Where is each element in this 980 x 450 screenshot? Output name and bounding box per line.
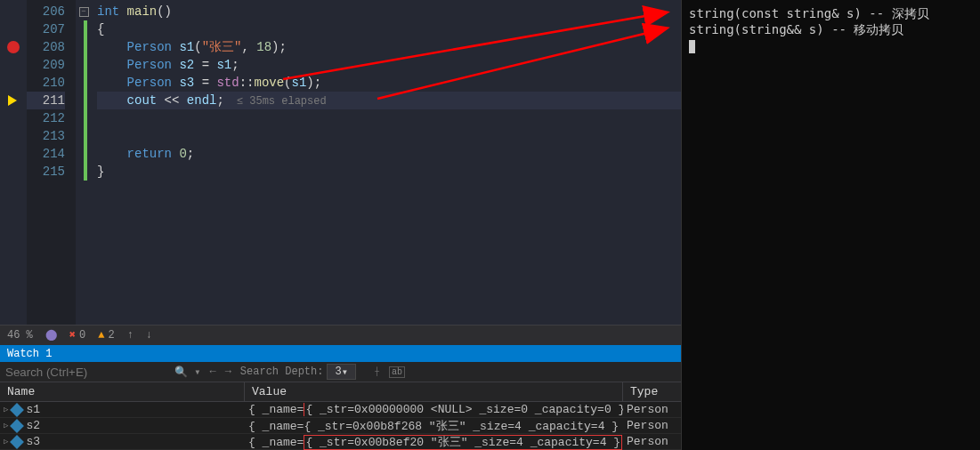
code-line[interactable]: Person s2 = s1; <box>97 56 681 74</box>
toolbar-icon-2[interactable]: ab <box>389 366 405 378</box>
watch-var-name: s3 <box>26 435 40 448</box>
variable-icon <box>11 435 25 449</box>
code-line[interactable]: int main() <box>97 3 681 20</box>
code-line[interactable] <box>97 109 681 127</box>
watch-col-name[interactable]: Name <box>0 382 245 401</box>
watch-var-value: { _name={ _str=0x00000000 <NULL> _size=0… <box>245 403 623 416</box>
watch-var-value: { _name={ _str=0x00b8f268 "张三" _size=4 _… <box>245 418 623 434</box>
watch-var-type: Person <box>623 403 681 416</box>
search-icon[interactable]: 🔍 ▾ <box>174 366 200 379</box>
expand-icon[interactable]: ▷ <box>4 421 8 430</box>
line-number[interactable]: 212 <box>27 109 65 127</box>
toolbar-icon-1[interactable]: ⟊ <box>374 366 380 378</box>
breakpoint-icon[interactable] <box>7 41 20 53</box>
nav-down-icon[interactable]: ↓ <box>146 329 152 342</box>
console-cursor <box>689 40 695 53</box>
watch-var-name: s2 <box>26 419 40 432</box>
watch-row[interactable]: ▷s1{ _name={ _str=0x00000000 <NULL> _siz… <box>0 402 681 418</box>
watch-search-bar: 🔍 ▾ ← → Search Depth: 3 ▾ ⟊ ab <box>0 362 681 382</box>
variable-icon <box>11 419 25 433</box>
watch-col-value[interactable]: Value <box>245 382 623 401</box>
expand-icon[interactable]: ▷ <box>4 437 8 446</box>
warnings-number: 2 <box>108 329 114 342</box>
execution-pointer-icon <box>8 95 17 106</box>
watch-table: Name Value Type ▷s1{ _name={ _str=0x0000… <box>0 382 681 450</box>
watch-var-type: Person <box>623 419 681 432</box>
search-depth-value[interactable]: 3 ▾ <box>327 364 355 380</box>
watch-var-name: s1 <box>26 403 40 416</box>
line-number[interactable]: 211 <box>27 92 65 109</box>
line-number[interactable]: 213 <box>27 127 65 145</box>
highlighted-value: { _str=0x00b8ef20 "张三" _size=4 _capacity… <box>304 435 622 450</box>
errors-number: 0 <box>79 329 85 342</box>
watch-var-value: { _name={ _str=0x00b8ef20 "张三" _size=4 _… <box>245 434 623 450</box>
line-number[interactable]: 209 <box>27 56 65 74</box>
console-output: string(const string& s) -- 深拷贝string(str… <box>681 0 980 450</box>
watch-var-type: Person <box>623 435 681 448</box>
error-count[interactable]: ✖0 <box>69 328 85 342</box>
watch-row[interactable]: ▷s3{ _name={ _str=0x00b8ef20 "张三" _size=… <box>0 434 681 450</box>
variable-icon <box>11 403 25 417</box>
code-editor[interactable]: int main(){ Person s1("张三", 18); Person … <box>92 0 681 325</box>
line-number[interactable]: 206 <box>27 3 65 20</box>
zoom-level[interactable]: 46 % <box>7 329 33 342</box>
gutter-markers <box>0 0 27 325</box>
line-number[interactable]: 208 <box>27 38 65 56</box>
perf-elapsed: ≤ 35ms elapsed <box>224 95 327 108</box>
search-depth-label: Search Depth: <box>240 366 324 378</box>
watch-col-type[interactable]: Type <box>623 382 681 401</box>
highlighted-value: { _str=0x00000000 <NULL> _size=0 _capaci… <box>304 403 623 416</box>
expand-icon[interactable]: ▷ <box>4 405 8 414</box>
no-issues-icon: ⬤ <box>45 328 57 342</box>
nav-up-icon[interactable]: ↑ <box>127 329 134 342</box>
line-number[interactable]: 214 <box>27 145 65 163</box>
nav-back-icon[interactable]: ← <box>209 366 215 378</box>
code-line[interactable]: cout << endl;≤ 35ms elapsed <box>97 92 681 109</box>
watch-row[interactable]: ▷s2{ _name={ _str=0x00b8f268 "张三" _size=… <box>0 418 681 434</box>
console-line: string(const string& s) -- 深拷贝 <box>689 5 973 21</box>
line-number[interactable]: 207 <box>27 20 65 38</box>
fold-column: − <box>76 0 92 325</box>
code-line[interactable]: { <box>97 20 681 38</box>
code-line[interactable]: } <box>97 163 681 181</box>
fold-toggle-icon[interactable]: − <box>79 7 89 17</box>
code-line[interactable]: Person s1("张三", 18); <box>97 38 681 56</box>
line-number[interactable]: 215 <box>27 163 65 181</box>
line-numbers: 206207208209210211212213214215 <box>27 0 76 325</box>
code-line[interactable] <box>97 127 681 145</box>
nav-fwd-icon[interactable]: → <box>225 366 231 378</box>
status-bar: 46 % ⬤ ✖0 ▲2 ↑ ↓ <box>0 325 681 345</box>
warning-count[interactable]: ▲2 <box>98 329 114 342</box>
console-line: string(string&& s) -- 移动拷贝 <box>689 21 973 37</box>
code-line[interactable]: return 0; <box>97 145 681 163</box>
watch-search-input[interactable] <box>5 366 166 379</box>
code-line[interactable]: Person s3 = std::move(s1); <box>97 74 681 92</box>
watch-panel-header[interactable]: Watch 1 <box>0 345 681 362</box>
line-number[interactable]: 210 <box>27 74 65 92</box>
